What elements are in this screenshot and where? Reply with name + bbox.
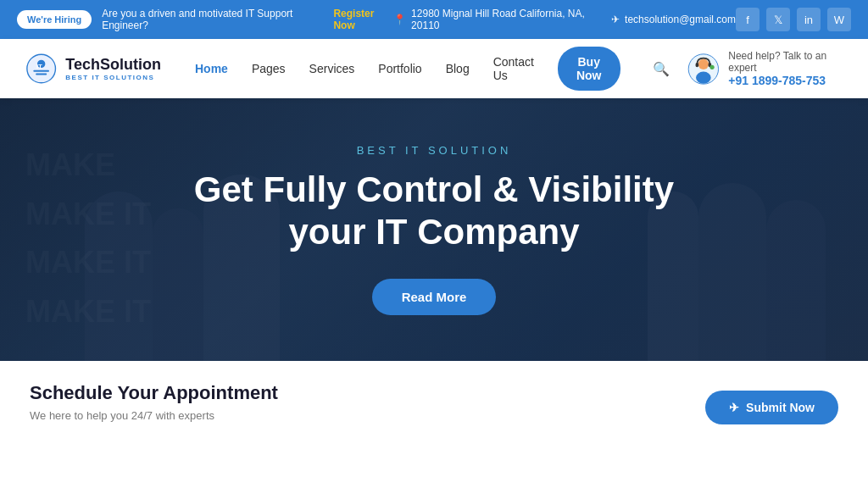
address-icon: 📍 <box>393 14 406 25</box>
logo-area: IT TechSolution BEST IT SOLUTIONS <box>25 52 161 86</box>
hero-content: BEST IT SOLUTION Get Fully Control & Vis… <box>194 144 674 316</box>
support-info: Need help? Talk to an expert +91 1899-78… <box>728 50 843 87</box>
send-icon: ✈ <box>729 401 739 414</box>
support-area: Need help? Talk to an expert +91 1899-78… <box>687 50 843 88</box>
svg-text:IT: IT <box>36 63 42 70</box>
svg-point-7 <box>696 71 711 83</box>
hero-subtitle: BEST IT SOLUTION <box>194 144 674 157</box>
nav-links: Home Pages Services Portfolio Blog Conta… <box>195 47 670 91</box>
svg-point-10 <box>709 64 714 69</box>
whatsapp-icon[interactable]: W <box>827 8 851 31</box>
top-bar-center: 📍 12980 Mignal Hill Road California, NA,… <box>393 8 736 31</box>
email-text: techsolution@gmail.com <box>625 14 736 25</box>
support-phone[interactable]: +91 1899-785-753 <box>728 74 843 87</box>
navbar: IT TechSolution BEST IT SOLUTIONS Home P… <box>0 39 868 98</box>
register-link[interactable]: Register Now <box>333 8 393 31</box>
logo-text: TechSolution BEST IT SOLUTIONS <box>65 56 161 81</box>
nav-home[interactable]: Home <box>195 62 228 75</box>
hiring-button[interactable]: We're Hiring <box>17 10 92 29</box>
svg-rect-2 <box>33 70 49 72</box>
submit-button[interactable]: ✈ Submit Now <box>705 391 838 424</box>
facebook-icon[interactable]: f <box>736 8 760 31</box>
svg-point-6 <box>698 58 708 69</box>
search-icon[interactable]: 🔍 <box>653 61 670 77</box>
logo-name: TechSolution <box>65 56 161 74</box>
nav-pages[interactable]: Pages <box>252 62 286 75</box>
twitter-icon[interactable]: 𝕏 <box>766 8 790 31</box>
appointment-subtitle: We here to help you 24/7 with experts <box>30 409 278 422</box>
read-more-button[interactable]: Read More <box>372 279 497 315</box>
linkedin-icon[interactable]: in <box>797 8 821 31</box>
logo-icon: IT <box>25 52 57 86</box>
top-bar-left: We're Hiring Are you a driven and motiva… <box>17 8 393 31</box>
support-avatar-icon <box>687 50 721 88</box>
appointment-section: Schedule Your Appointment We here to hel… <box>0 361 868 446</box>
svg-rect-3 <box>36 74 47 75</box>
nav-contact[interactable]: Contact Us <box>493 55 534 82</box>
nav-portfolio[interactable]: Portfolio <box>378 62 421 75</box>
email-icon: ✈ <box>611 14 620 25</box>
logo-tagline: BEST IT SOLUTIONS <box>65 74 161 81</box>
nav-blog[interactable]: Blog <box>446 62 470 75</box>
nav-services[interactable]: Services <box>309 62 355 75</box>
hero-title: Get Fully Control & Visibility your IT C… <box>194 169 674 254</box>
appointment-title: Schedule Your Appointment <box>30 382 278 404</box>
top-bar: We're Hiring Are you a driven and motiva… <box>0 0 868 39</box>
hiring-text: Are you a driven and motivated IT Suppor… <box>102 8 323 31</box>
hero-section: MAKEMAKE ITMAKE ITMAKE IT BEST IT SOLUTI… <box>0 98 868 361</box>
submit-label: Submit Now <box>746 401 815 414</box>
address-text: 12980 Mignal Hill Road California, NA, 2… <box>411 8 594 31</box>
social-icons: f 𝕏 in W <box>736 8 851 31</box>
support-label: Need help? Talk to an expert <box>728 50 843 74</box>
buy-now-button[interactable]: Buy Now <box>558 47 620 91</box>
appointment-info: Schedule Your Appointment We here to hel… <box>30 382 278 422</box>
svg-rect-8 <box>695 62 698 66</box>
